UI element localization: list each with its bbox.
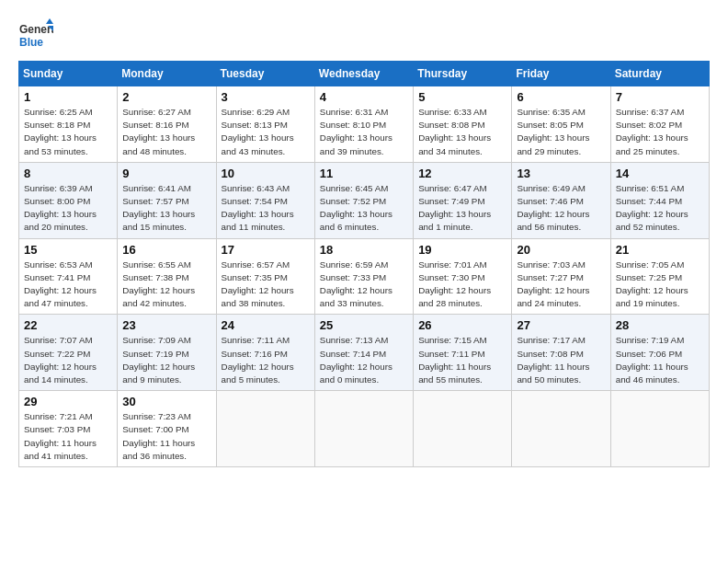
day-info: Sunrise: 6:37 AMSunset: 8:02 PMDaylight:… [616,106,704,158]
day-info: Sunrise: 7:19 AMSunset: 7:06 PMDaylight:… [616,334,704,386]
day-cell: 22Sunrise: 7:07 AMSunset: 7:22 PMDayligh… [19,315,118,391]
header: General Blue [18,17,710,52]
day-info: Sunrise: 6:35 AMSunset: 8:05 PMDaylight:… [517,106,605,158]
day-cell: 20Sunrise: 7:03 AMSunset: 7:27 PMDayligh… [512,238,610,315]
day-number: 18 [320,243,408,257]
col-header-thursday: Thursday [414,62,512,86]
day-cell: 25Sunrise: 7:13 AMSunset: 7:14 PMDayligh… [314,315,413,391]
day-info: Sunrise: 6:33 AMSunset: 8:08 PMDaylight:… [418,106,506,158]
day-cell: 18Sunrise: 6:59 AMSunset: 7:33 PMDayligh… [314,238,413,315]
day-number: 13 [517,167,605,180]
day-number: 27 [517,318,605,332]
day-number: 11 [320,167,408,180]
day-number: 17 [222,243,310,257]
day-cell: 30Sunrise: 7:23 AMSunset: 7:00 PMDayligh… [118,391,216,467]
day-cell [216,391,314,467]
day-cell: 2Sunrise: 6:27 AMSunset: 8:16 PMDaylight… [118,86,216,163]
week-row-3: 15Sunrise: 6:53 AMSunset: 7:41 PMDayligh… [19,238,710,315]
day-number: 6 [517,90,605,104]
day-cell: 11Sunrise: 6:45 AMSunset: 7:52 PMDayligh… [314,162,413,238]
day-number: 22 [24,318,112,332]
svg-text:General: General [19,23,53,36]
day-cell: 19Sunrise: 7:01 AMSunset: 7:30 PMDayligh… [414,238,512,315]
day-info: Sunrise: 6:39 AMSunset: 8:00 PMDaylight:… [24,182,112,235]
day-info: Sunrise: 7:11 AMSunset: 7:16 PMDaylight:… [222,334,310,386]
col-header-friday: Friday [512,62,610,86]
day-cell: 3Sunrise: 6:29 AMSunset: 8:13 PMDaylight… [216,86,314,163]
day-number: 26 [418,318,506,332]
day-cell: 8Sunrise: 6:39 AMSunset: 8:00 PMDaylight… [19,162,118,238]
day-info: Sunrise: 6:47 AMSunset: 7:49 PMDaylight:… [418,182,506,235]
calendar-table: SundayMondayTuesdayWednesdayThursdayFrid… [18,61,710,467]
day-number: 30 [122,395,210,408]
day-info: Sunrise: 7:13 AMSunset: 7:14 PMDaylight:… [320,334,408,386]
col-header-wednesday: Wednesday [314,62,413,86]
day-number: 14 [616,167,704,180]
col-header-saturday: Saturday [610,62,709,86]
day-number: 4 [320,90,408,104]
week-row-1: 1Sunrise: 6:25 AMSunset: 8:18 PMDaylight… [19,86,710,163]
day-number: 29 [24,395,112,408]
day-info: Sunrise: 6:31 AMSunset: 8:10 PMDaylight:… [320,106,408,158]
day-info: Sunrise: 7:07 AMSunset: 7:22 PMDaylight:… [24,334,112,386]
day-info: Sunrise: 7:05 AMSunset: 7:25 PMDaylight:… [616,259,704,311]
day-info: Sunrise: 6:43 AMSunset: 7:54 PMDaylight:… [222,182,310,235]
day-cell: 24Sunrise: 7:11 AMSunset: 7:16 PMDayligh… [216,315,314,391]
col-header-tuesday: Tuesday [216,62,314,86]
day-cell: 27Sunrise: 7:17 AMSunset: 7:08 PMDayligh… [512,315,610,391]
day-cell: 29Sunrise: 7:21 AMSunset: 7:03 PMDayligh… [19,391,118,467]
day-cell: 13Sunrise: 6:49 AMSunset: 7:46 PMDayligh… [512,162,610,238]
day-number: 2 [122,90,210,104]
calendar-page: General Blue SundayMondayTuesdayWednesda… [0,0,728,477]
day-number: 28 [616,318,704,332]
day-info: Sunrise: 7:09 AMSunset: 7:19 PMDaylight:… [122,334,210,386]
svg-marker-2 [46,18,53,24]
day-cell [314,391,413,467]
day-info: Sunrise: 6:53 AMSunset: 7:41 PMDaylight:… [24,259,112,311]
logo-icon: General Blue [18,17,53,52]
day-info: Sunrise: 7:23 AMSunset: 7:00 PMDaylight:… [122,410,210,463]
col-header-monday: Monday [118,62,216,86]
day-number: 7 [616,90,704,104]
day-number: 24 [222,318,310,332]
day-cell: 16Sunrise: 6:55 AMSunset: 7:38 PMDayligh… [118,238,216,315]
day-info: Sunrise: 6:29 AMSunset: 8:13 PMDaylight:… [222,106,310,158]
day-number: 8 [24,167,112,180]
day-cell: 28Sunrise: 7:19 AMSunset: 7:06 PMDayligh… [610,315,709,391]
day-info: Sunrise: 7:15 AMSunset: 7:11 PMDaylight:… [418,334,506,386]
day-info: Sunrise: 7:17 AMSunset: 7:08 PMDaylight:… [517,334,605,386]
calendar-header-row: SundayMondayTuesdayWednesdayThursdayFrid… [19,62,710,86]
logo: General Blue [18,17,57,52]
day-info: Sunrise: 7:03 AMSunset: 7:27 PMDaylight:… [517,259,605,311]
day-cell: 15Sunrise: 6:53 AMSunset: 7:41 PMDayligh… [19,238,118,315]
day-number: 21 [616,243,704,257]
day-number: 10 [222,167,310,180]
day-number: 9 [122,167,210,180]
day-info: Sunrise: 7:01 AMSunset: 7:30 PMDaylight:… [418,259,506,311]
week-row-4: 22Sunrise: 7:07 AMSunset: 7:22 PMDayligh… [19,315,710,391]
day-cell: 4Sunrise: 6:31 AMSunset: 8:10 PMDaylight… [314,86,413,163]
day-info: Sunrise: 6:59 AMSunset: 7:33 PMDaylight:… [320,259,408,311]
day-cell [414,391,512,467]
day-cell: 1Sunrise: 6:25 AMSunset: 8:18 PMDaylight… [19,86,118,163]
day-cell: 21Sunrise: 7:05 AMSunset: 7:25 PMDayligh… [610,238,709,315]
day-number: 3 [222,90,310,104]
day-number: 16 [122,243,210,257]
day-info: Sunrise: 6:55 AMSunset: 7:38 PMDaylight:… [122,259,210,311]
day-info: Sunrise: 7:21 AMSunset: 7:03 PMDaylight:… [24,410,112,463]
week-row-5: 29Sunrise: 7:21 AMSunset: 7:03 PMDayligh… [19,391,710,467]
day-cell: 14Sunrise: 6:51 AMSunset: 7:44 PMDayligh… [610,162,709,238]
day-cell: 10Sunrise: 6:43 AMSunset: 7:54 PMDayligh… [216,162,314,238]
day-info: Sunrise: 6:49 AMSunset: 7:46 PMDaylight:… [517,182,605,235]
day-number: 25 [320,318,408,332]
day-number: 19 [418,243,506,257]
day-cell [610,391,709,467]
day-info: Sunrise: 6:51 AMSunset: 7:44 PMDaylight:… [616,182,704,235]
day-cell: 12Sunrise: 6:47 AMSunset: 7:49 PMDayligh… [414,162,512,238]
day-cell: 26Sunrise: 7:15 AMSunset: 7:11 PMDayligh… [414,315,512,391]
day-number: 1 [24,90,112,104]
day-cell: 23Sunrise: 7:09 AMSunset: 7:19 PMDayligh… [118,315,216,391]
day-info: Sunrise: 6:57 AMSunset: 7:35 PMDaylight:… [222,259,310,311]
day-cell: 17Sunrise: 6:57 AMSunset: 7:35 PMDayligh… [216,238,314,315]
day-cell [512,391,610,467]
